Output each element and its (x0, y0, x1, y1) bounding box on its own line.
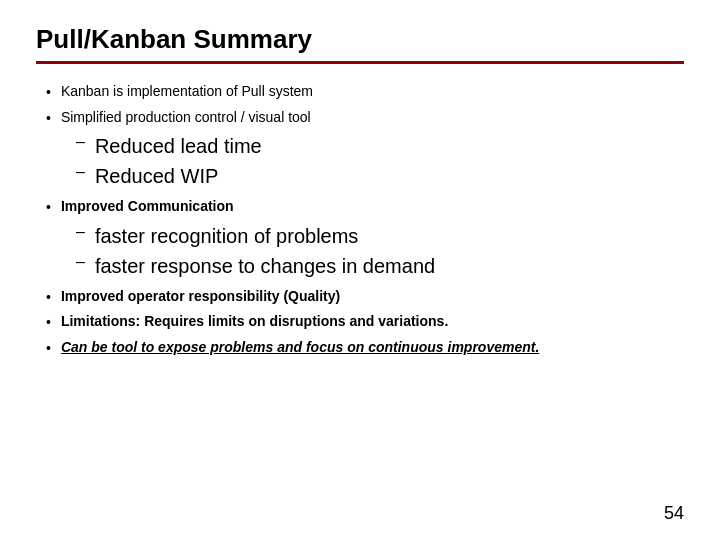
sub-bullet-2-1: – Reduced lead time (76, 133, 684, 159)
sub-text-3-2: faster response to changes in demand (95, 253, 435, 279)
content-area: • Kanban is implementation of Pull syste… (36, 82, 684, 358)
bullet-dot-1: • (46, 84, 51, 100)
sub-dash-3-2: – (76, 253, 85, 271)
bullet-item-3: • Improved Communication (46, 197, 684, 217)
bullet-dot-5: • (46, 314, 51, 330)
bullet-text-2: Simplified production control / visual t… (61, 108, 311, 128)
sub-text-2-1: Reduced lead time (95, 133, 262, 159)
bullet-text-1: Kanban is implementation of Pull system (61, 82, 313, 102)
bullet-item-1: • Kanban is implementation of Pull syste… (46, 82, 684, 102)
bullet-text-6: Can be tool to expose problems and focus… (61, 338, 539, 358)
bullet-text-3: Improved Communication (61, 197, 234, 217)
sub-text-3-1: faster recognition of problems (95, 223, 358, 249)
bullet-dot-6: • (46, 340, 51, 356)
slide: Pull/Kanban Summary • Kanban is implemen… (0, 0, 720, 540)
sub-dash-2-2: – (76, 163, 85, 181)
sub-bullet-3-1: – faster recognition of problems (76, 223, 684, 249)
sub-bullet-3-2: – faster response to changes in demand (76, 253, 684, 279)
bullet-item-2: • Simplified production control / visual… (46, 108, 684, 128)
bullet-item-4: • Improved operator responsibility (Qual… (46, 287, 684, 307)
bullet-dot-4: • (46, 289, 51, 305)
bullet-dot-2: • (46, 110, 51, 126)
bullet-item-5: • Limitations: Requires limits on disrup… (46, 312, 684, 332)
sub-bullets-3: – faster recognition of problems – faste… (76, 223, 684, 279)
sub-dash-3-1: – (76, 223, 85, 241)
sub-bullet-2-2: – Reduced WIP (76, 163, 684, 189)
bullet-dot-3: • (46, 199, 51, 215)
bullet-text-5: Limitations: Requires limits on disrupti… (61, 312, 448, 332)
sub-text-2-2: Reduced WIP (95, 163, 218, 189)
sub-bullets-2: – Reduced lead time – Reduced WIP (76, 133, 684, 189)
slide-title: Pull/Kanban Summary (36, 24, 684, 55)
bullet-item-6: • Can be tool to expose problems and foc… (46, 338, 684, 358)
sub-dash-2-1: – (76, 133, 85, 151)
bullet-text-4: Improved operator responsibility (Qualit… (61, 287, 340, 307)
page-number: 54 (664, 503, 684, 524)
title-divider (36, 61, 684, 64)
